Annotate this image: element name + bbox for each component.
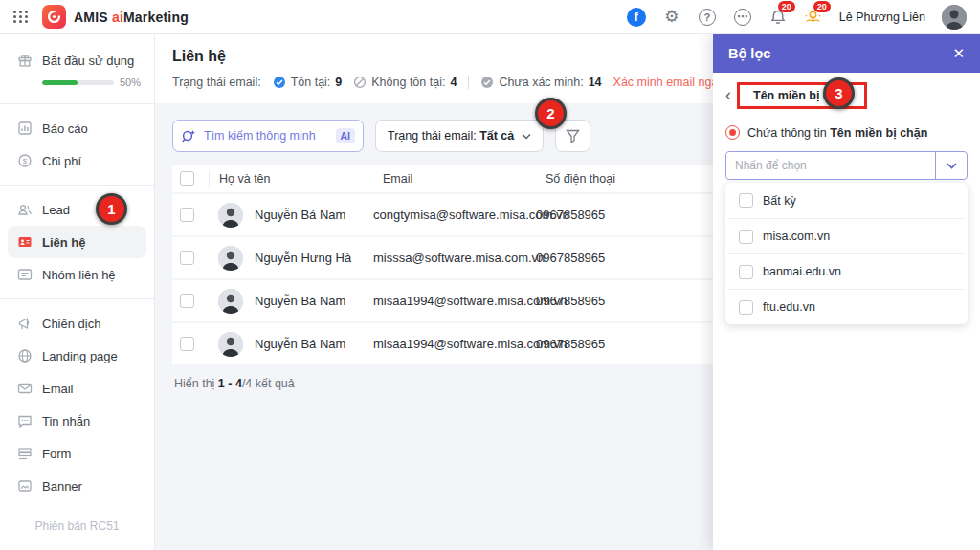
- report-chart-icon: [17, 121, 33, 136]
- email-status-dropdown[interactable]: Trạng thái email: Tất cả: [375, 120, 544, 152]
- contact-group-icon: [17, 267, 33, 282]
- sidebar-item-label: Chi phí: [42, 154, 81, 168]
- option-bat-ky[interactable]: Bất kỳ: [727, 183, 966, 218]
- bell-badge: 20: [778, 1, 795, 13]
- annotation-step-1: 1: [96, 193, 127, 225]
- divider: [0, 103, 154, 104]
- filter-panel: Bộ lọc ✕ ‹ Tên miền bị chặn Chứa thông t…: [713, 34, 980, 550]
- search-input[interactable]: [204, 129, 329, 143]
- option-checkbox[interactable]: [739, 300, 753, 315]
- ai-badge: AI: [336, 128, 356, 143]
- divider: [468, 76, 469, 89]
- sidebar-item-email[interactable]: Email: [0, 372, 154, 405]
- row-checkbox[interactable]: [180, 294, 194, 308]
- smart-search-box[interactable]: AI: [172, 120, 364, 152]
- sidebar-item-label: Liên hệ: [42, 235, 86, 250]
- unverified-check-icon: [480, 76, 494, 89]
- sidebar-item-label: Báo cáo: [42, 121, 88, 136]
- app-launcher-icon[interactable]: [13, 11, 29, 23]
- row-checkbox[interactable]: [180, 208, 194, 222]
- cost-dollar-icon: $: [17, 153, 33, 168]
- radio-label: Chứa thông tin Tên miền bị chặn: [747, 126, 927, 140]
- radio-selected-icon[interactable]: [725, 125, 740, 140]
- back-chevron-icon[interactable]: ‹: [725, 86, 731, 105]
- chevron-down-icon: [522, 133, 531, 140]
- option-banmai-edu-vn[interactable]: banmai.edu.vn: [727, 253, 966, 289]
- search-ai-icon: [181, 128, 197, 144]
- divider: [0, 185, 154, 186]
- landing-globe-icon: [17, 348, 33, 363]
- sidebar-item-landing-page[interactable]: Landing page: [0, 340, 154, 372]
- domain-select-input[interactable]: [726, 152, 935, 179]
- progress-label: 50%: [120, 77, 141, 88]
- verified-check-icon: [273, 76, 286, 89]
- sidebar-item-nhom-lien-he[interactable]: Nhóm liên hệ: [0, 258, 154, 291]
- sidebar-item-label: Form: [42, 447, 71, 461]
- campaign-megaphone-icon: [17, 316, 33, 331]
- lead-people-icon: [17, 202, 33, 217]
- sidebar-item-label: Tin nhắn: [42, 414, 90, 429]
- notification-bell-icon[interactable]: 20: [768, 8, 788, 27]
- contact-name: Nguyễn Hưng Hà: [255, 251, 351, 265]
- help-icon[interactable]: ?: [698, 8, 717, 27]
- contact-name: Nguyễn Bá Nam: [255, 294, 345, 308]
- row-checkbox[interactable]: [180, 337, 194, 351]
- gift-icon: [17, 53, 33, 68]
- contact-avatar: [218, 246, 243, 271]
- filter-mode-radio-row[interactable]: Chứa thông tin Tên miền bị chặn: [725, 125, 968, 140]
- header-name: Họ và tên: [209, 171, 373, 187]
- whats-new-promo-icon[interactable]: 20: [804, 8, 823, 27]
- banner-image-icon: [17, 478, 33, 494]
- svg-text:$: $: [23, 157, 28, 165]
- option-ftu-edu-vn[interactable]: ftu.edu.vn: [727, 289, 966, 324]
- app-logo-icon[interactable]: [42, 5, 66, 29]
- sidebar-item-tin-nhan[interactable]: Tin nhắn: [0, 405, 154, 437]
- form-lines-icon: [17, 446, 33, 461]
- chevron-down-icon: [947, 163, 957, 169]
- header-email: Email: [373, 171, 536, 187]
- sidebar-item-chien-dich[interactable]: Chiến dịch: [0, 307, 154, 340]
- contact-email: congtymisa@software.misa.com.vn: [373, 208, 536, 222]
- status-not-exists: Không tồn tại:4: [353, 76, 457, 89]
- progress-fill: [42, 80, 78, 85]
- user-avatar[interactable]: [942, 5, 967, 30]
- row-checkbox[interactable]: [180, 251, 194, 265]
- divider: [0, 298, 154, 299]
- contact-avatar: [218, 332, 243, 357]
- settings-gear-icon[interactable]: ⚙: [662, 8, 681, 27]
- sidebar-item-label: Email: [42, 382, 74, 396]
- sidebar-item-banner[interactable]: Banner: [0, 470, 154, 502]
- contact-card-icon: [17, 234, 33, 250]
- contact-avatar: [218, 289, 243, 314]
- more-options-icon[interactable]: ⋯: [733, 8, 752, 27]
- sidebar-item-lead[interactable]: Lead: [0, 193, 154, 226]
- status-prefix: Trạng thái email:: [172, 76, 261, 89]
- select-all-checkbox[interactable]: [180, 171, 194, 186]
- sidebar-item-lien-he[interactable]: Liên hệ: [8, 226, 146, 258]
- option-checkbox[interactable]: [739, 193, 753, 208]
- sidebar-item-label: Lead: [42, 203, 70, 217]
- contact-name: Nguyễn Bá Nam: [255, 208, 345, 222]
- sidebar-item-label: Banner: [42, 479, 82, 494]
- facebook-icon[interactable]: f: [627, 8, 646, 27]
- contact-avatar: [218, 203, 243, 228]
- sidebar-item-bao-cao[interactable]: Báo cáo: [0, 112, 154, 144]
- funnel-filter-icon: [566, 129, 580, 143]
- verify-email-link[interactable]: Xác minh email ngay: [613, 76, 724, 89]
- option-checkbox[interactable]: [739, 230, 753, 244]
- sidebar-item-label: Chiến dịch: [42, 317, 100, 331]
- sidebar-item-form[interactable]: Form: [0, 437, 154, 470]
- option-misa-com-vn[interactable]: misa.com.vn: [727, 218, 966, 253]
- onboarding-progress: 50%: [0, 77, 154, 96]
- domain-select-field[interactable]: [725, 151, 968, 180]
- option-checkbox[interactable]: [739, 265, 753, 279]
- user-name[interactable]: Lê Phương Liên: [839, 11, 925, 24]
- sidebar-item-label: Nhóm liên hệ: [42, 268, 116, 282]
- status-unverified: Chưa xác minh:14: [480, 76, 601, 89]
- select-chevron-button[interactable]: [935, 152, 967, 179]
- filter-panel-title: Bộ lọc: [728, 46, 770, 61]
- sidebar-item-chi-phi[interactable]: $ Chi phí: [0, 144, 154, 177]
- close-icon[interactable]: ✕: [952, 45, 965, 62]
- annotation-step-2: 2: [535, 98, 567, 129]
- sidebar-item-onboarding[interactable]: Bắt đầu sử dụng: [0, 44, 154, 77]
